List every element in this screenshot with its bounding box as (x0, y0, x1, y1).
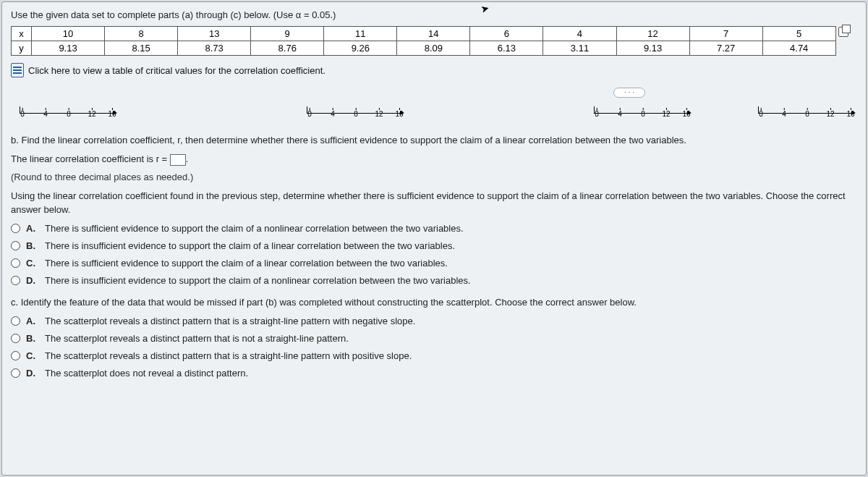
choice-c-b[interactable]: B. The scatterplot reveals a distinct pa… (11, 333, 857, 344)
choice-b-d[interactable]: D. There is insufficient evidence to sup… (11, 275, 857, 286)
cell: 4 (543, 27, 616, 41)
r-prefix: The linear correlation coefficient is r … (11, 153, 170, 164)
choice-letter: D. (26, 275, 39, 286)
tick-label: 0 (595, 110, 599, 118)
r-input[interactable] (170, 154, 186, 166)
tick-label: 12 (375, 110, 383, 118)
tick-label: 0 (759, 110, 763, 118)
copy-icon[interactable] (838, 27, 848, 37)
axes-row: 0 4 8 12 16 0 4 8 12 16 0 4 8 12 16 0 4 … (20, 102, 857, 121)
choice-letter: C. (26, 258, 39, 269)
choice-b-b[interactable]: B. There is insufficient evidence to sup… (11, 240, 857, 251)
cell: 9.13 (32, 41, 105, 56)
cell: 14 (397, 27, 470, 41)
mini-axis: 0 4 8 12 16 (758, 102, 857, 121)
choice-letter: A. (26, 316, 39, 326)
radio-icon[interactable] (11, 368, 20, 378)
choice-c-a[interactable]: A. The scatterplot reveals a distinct pa… (11, 316, 857, 326)
tick-label: 16 (846, 110, 854, 118)
tick-label: 0 (307, 110, 312, 118)
tick-label: 0 (20, 110, 25, 118)
part-b-question: b. Find the linear correlation coefficie… (11, 134, 857, 147)
radio-icon[interactable] (11, 351, 20, 360)
tick-label: 8 (641, 110, 645, 118)
cell: 6 (470, 27, 543, 41)
tick-label: 16 (395, 110, 403, 118)
tick-label: 4 (782, 110, 786, 118)
cell: 12 (616, 27, 689, 41)
tick-label: 8 (805, 110, 809, 118)
cell: 8.73 (178, 41, 251, 56)
choice-letter: D. (26, 368, 39, 379)
part-c-question: c. Identify the feature of the data that… (11, 296, 857, 309)
table-row: y 9.13 8.15 8.73 8.76 9.26 8.09 6.13 3.1… (12, 41, 849, 56)
link-label: Click here to view a table of critical v… (28, 65, 326, 76)
question-prompt: Use the given data set to complete parts… (11, 9, 857, 20)
mini-axis: 0 4 8 12 16 (20, 102, 119, 121)
cell: 7.27 (689, 41, 762, 56)
choice-text: The scatterplot reveals a distinct patte… (45, 350, 412, 361)
cell: 8.76 (251, 41, 324, 56)
choices-part-b: A. There is sufficient evidence to suppo… (11, 223, 857, 286)
rounding-hint: (Round to three decimal places as needed… (11, 172, 857, 182)
tick-label: 4 (618, 110, 622, 118)
cell: 6.13 (470, 41, 543, 56)
choice-letter: B. (26, 333, 39, 344)
cell: 9.13 (616, 41, 689, 56)
cell: 11 (324, 27, 397, 41)
r-input-line: The linear correlation coefficient is r … (11, 153, 857, 166)
critical-values-link[interactable]: Click here to view a table of critical v… (11, 63, 857, 77)
document-icon (11, 63, 24, 77)
choice-letter: B. (26, 240, 39, 251)
tick-label: 12 (88, 110, 95, 118)
cell: 9.26 (324, 41, 397, 56)
tick-label: 12 (662, 110, 670, 118)
choice-c-d[interactable]: D. The scatterplot does not reveal a dis… (11, 368, 857, 379)
choice-c-c[interactable]: C. The scatterplot reveals a distinct pa… (11, 350, 857, 361)
cell: 3.11 (543, 41, 616, 56)
cell: 8 (105, 27, 178, 41)
row-label-y: y (12, 41, 32, 56)
choice-text: The scatterplot does not reveal a distin… (45, 368, 248, 379)
r-suffix: . (186, 153, 189, 164)
cell: 8.15 (105, 41, 178, 56)
choice-b-a[interactable]: A. There is sufficient evidence to suppo… (11, 223, 857, 234)
tick-label: 12 (826, 110, 834, 118)
choice-letter: A. (26, 223, 39, 234)
radio-icon[interactable] (11, 276, 20, 285)
choice-text: The scatterplot reveals a distinct patte… (45, 333, 349, 344)
radio-icon[interactable] (11, 224, 20, 233)
cell: 10 (32, 27, 105, 41)
choice-text: There is sufficient evidence to support … (45, 258, 448, 269)
tick-label: 4 (331, 110, 335, 118)
followup-question: Using the linear correlation coefficient… (11, 190, 857, 216)
mini-axis: 0 4 8 12 16 (594, 102, 693, 121)
data-table: x 10 8 13 9 11 14 6 4 12 7 5 y 9.13 8.15… (11, 26, 848, 56)
tick-label: 4 (43, 110, 48, 118)
mini-axis: 0 4 8 12 16 (307, 102, 406, 121)
cell: 9 (251, 27, 324, 41)
choice-text: There is insufficient evidence to suppor… (45, 240, 455, 251)
choices-part-c: A. The scatterplot reveals a distinct pa… (11, 316, 857, 379)
tick-label: 8 (67, 110, 71, 118)
choice-text: There is sufficient evidence to support … (45, 223, 464, 234)
separator-dots[interactable]: · · · (613, 88, 645, 98)
radio-icon[interactable] (11, 316, 20, 326)
choice-letter: C. (26, 350, 39, 361)
cell: 7 (689, 27, 762, 41)
tick-label: 16 (682, 110, 690, 118)
radio-icon[interactable] (11, 241, 20, 250)
tick-label: 16 (108, 110, 116, 118)
choice-text: There is insufficient evidence to suppor… (45, 275, 471, 286)
cell: 13 (178, 27, 251, 41)
choice-b-c[interactable]: C. There is sufficient evidence to suppo… (11, 258, 857, 269)
row-label-x: x (12, 27, 32, 41)
cell: 5 (762, 27, 835, 41)
radio-icon[interactable] (11, 258, 20, 268)
cell: 4.74 (762, 41, 835, 56)
tick-label: 8 (354, 110, 358, 118)
table-row: x 10 8 13 9 11 14 6 4 12 7 5 (12, 27, 849, 41)
cell: 8.09 (397, 41, 470, 56)
choice-text: The scatterplot reveals a distinct patte… (45, 316, 415, 326)
radio-icon[interactable] (11, 334, 20, 343)
